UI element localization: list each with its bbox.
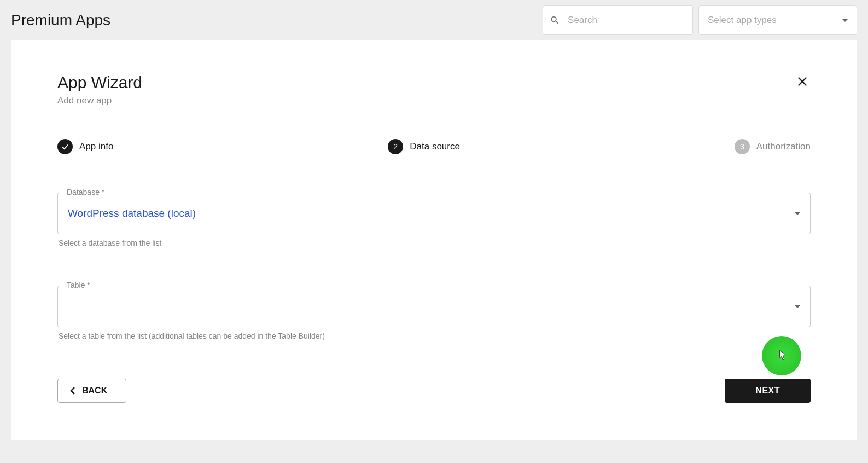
chevron-down-icon [842,19,848,22]
database-label: Database * [64,188,107,196]
close-icon [796,76,808,88]
select-types-label: Select app types [708,15,777,26]
step-label: App info [79,141,113,152]
step-circle-active: 2 [388,139,403,154]
table-helper: Select a table from the list (additional… [59,332,811,340]
back-button[interactable]: BACK [57,379,126,403]
back-label: BACK [82,386,107,396]
wizard-subtitle: Add new app [57,95,142,106]
step-connector [121,147,380,147]
wizard-header: App Wizard Add new app [57,73,811,106]
search-input[interactable] [568,15,686,26]
table-label: Table * [64,281,93,290]
database-select[interactable]: WordPress database (local) [57,193,811,234]
stepper: App info 2 Data source 3 Authorization [57,139,811,154]
search-icon [550,14,560,26]
wizard-card: App Wizard Add new app App info 2 Data s… [11,40,857,440]
database-helper: Select a database from the list [59,239,811,247]
step-connector [468,147,727,147]
step-data-source[interactable]: 2 Data source [388,139,460,154]
chevron-down-icon [795,212,800,215]
step-label: Data source [410,141,460,152]
database-value: WordPress database (local) [68,207,196,219]
page-title: Premium Apps [11,11,543,29]
header-bar: Premium Apps Select app types [0,0,868,40]
select-app-types[interactable]: Select app types [698,5,857,35]
next-button[interactable]: NEXT [725,379,811,403]
database-field: Database * WordPress database (local) Se… [57,193,811,247]
step-circle-pending: 3 [735,139,750,154]
search-box[interactable] [543,5,693,35]
close-button[interactable] [794,73,811,92]
table-select[interactable] [57,286,811,327]
step-circle-done [57,139,73,154]
table-field: Table * Select a table from the list (ad… [57,286,811,340]
next-label: NEXT [755,386,780,396]
chevron-down-icon [795,305,800,308]
button-row: BACK NEXT [57,379,811,403]
wizard-title: App Wizard [57,73,142,92]
chevron-left-icon [70,386,75,395]
step-authorization[interactable]: 3 Authorization [735,139,811,154]
check-icon [61,142,69,151]
step-label: Authorization [756,141,811,152]
step-app-info[interactable]: App info [57,139,113,154]
cursor-icon [776,349,787,362]
cursor-highlight [762,336,801,375]
